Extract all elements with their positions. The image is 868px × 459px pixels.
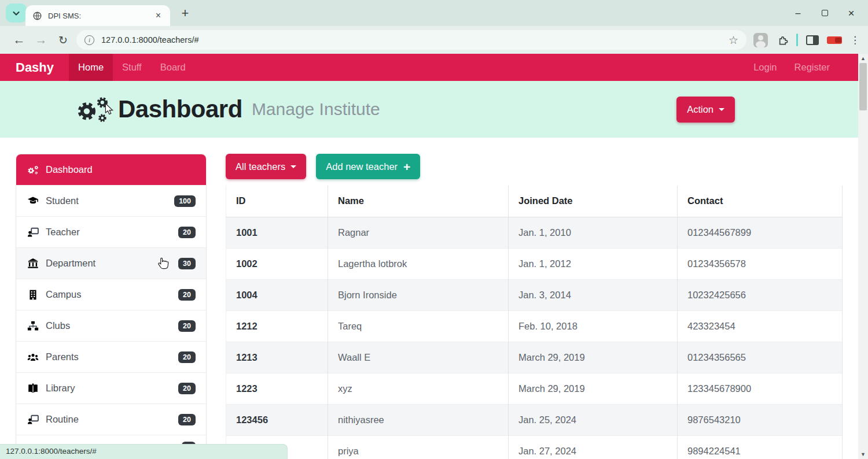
cell-joined-date: Feb. 10, 2018 xyxy=(509,310,678,342)
cell-name: nithiyasree xyxy=(328,404,509,435)
cell-contact: 10232425656 xyxy=(678,279,843,310)
reload-button[interactable]: ↻ xyxy=(52,34,74,47)
action-dropdown-button[interactable]: Action xyxy=(676,97,735,123)
count-badge: 20 xyxy=(178,320,196,332)
window-close-button[interactable]: × xyxy=(838,0,865,26)
page-title: Dashboard xyxy=(118,95,242,123)
tab-title: DPI SMS: xyxy=(48,12,153,20)
sidebar-item-student[interactable]: Student 100 xyxy=(16,185,206,216)
cell-contact: 9894224541 xyxy=(678,435,843,459)
graduation-cap-icon xyxy=(27,195,39,207)
sidebar: Dashboard Student 100 Teacher 20 Departm… xyxy=(16,154,207,459)
cell-contact: 9876543210 xyxy=(678,404,843,435)
page-scrollbar[interactable]: ▲ ▼ xyxy=(858,54,868,459)
cell-name: Tareq xyxy=(328,310,509,342)
cogs-icon xyxy=(74,94,111,125)
sidebar-item-routine[interactable]: Routine 20 xyxy=(16,404,206,435)
cell-joined-date: Jan. 27, 2024 xyxy=(509,435,678,459)
add-new-teacher-button[interactable]: Add new teacher + xyxy=(316,154,420,179)
count-badge: 30 xyxy=(178,258,196,269)
page-header: Dashboard Manage Institute Action xyxy=(0,81,858,138)
tab-close-icon[interactable]: × xyxy=(153,10,163,21)
table-row: 1004 Bjorn Ironside Jan. 3, 2014 1023242… xyxy=(226,279,843,310)
cell-joined-date: Jan. 1, 2010 xyxy=(509,217,678,248)
cell-joined-date: March 29, 2019 xyxy=(509,373,678,404)
nav-link-home[interactable]: Home xyxy=(69,54,113,81)
cell-name: Waall E xyxy=(328,342,509,373)
window-restore-button[interactable] xyxy=(811,0,838,26)
cell-name: priya xyxy=(328,435,509,459)
new-tab-button[interactable]: + xyxy=(177,6,193,21)
table-row: 1001 Ragnar Jan. 1, 2010 012344567899 xyxy=(226,217,843,248)
app-navbar: Dashy Home Stuff Board Login Register xyxy=(0,54,858,81)
cell-joined-date: March 29, 2019 xyxy=(509,342,678,373)
forward-button[interactable]: → xyxy=(30,33,52,47)
nav-link-stuff[interactable]: Stuff xyxy=(113,54,151,81)
cell-joined-date: Jan. 3, 2014 xyxy=(509,279,678,310)
nav-link-login[interactable]: Login xyxy=(745,54,785,81)
table-header-row: ID Name Joined Date Contact xyxy=(226,186,843,217)
tab-search-chevron-button[interactable] xyxy=(6,3,27,23)
url-text[interactable]: 127.0.0.1:8000/teachers/# xyxy=(101,35,729,45)
extensions-puzzle-icon[interactable] xyxy=(776,34,788,46)
chalkboard-teacher-icon xyxy=(27,227,39,238)
toolbar-icons: ⋮ xyxy=(753,33,860,47)
sidebar-item-dashboard[interactable]: Dashboard xyxy=(16,154,206,185)
table-row: 123456 nithiyasree Jan. 25, 2024 9876543… xyxy=(226,404,843,435)
nav-link-register[interactable]: Register xyxy=(786,54,838,81)
count-badge: 20 xyxy=(178,351,196,363)
sidebar-item-teacher[interactable]: Teacher 20 xyxy=(16,216,206,247)
browser-toolbar: ← → ↻ i 127.0.0.1:8000/teachers/# ☆ ⋮ xyxy=(0,26,868,54)
sidebar-item-label: Student xyxy=(46,195,79,206)
building-icon xyxy=(27,289,39,301)
sidebar-item-label: Clubs xyxy=(46,320,70,331)
table-row: priya Jan. 27, 2024 9894224541 xyxy=(226,435,843,459)
sidebar-item-department[interactable]: Department 30 xyxy=(16,247,206,279)
site-info-icon[interactable]: i xyxy=(84,35,94,45)
window-minimize-button[interactable]: – xyxy=(785,0,811,26)
book-icon xyxy=(27,383,39,394)
content-toolbar: All teachers Add new teacher + xyxy=(226,154,842,179)
nav-link-board[interactable]: Board xyxy=(151,54,195,81)
cell-id: 1213 xyxy=(226,342,328,373)
all-teachers-dropdown-button[interactable]: All teachers xyxy=(226,154,306,179)
cogs-icon xyxy=(27,164,39,176)
column-header-name: Name xyxy=(328,186,509,217)
side-panel-icon[interactable] xyxy=(806,35,819,45)
browser-menu-icon[interactable]: ⋮ xyxy=(850,34,860,46)
red-extension-icon[interactable] xyxy=(827,36,842,44)
sidebar-item-library[interactable]: Library 20 xyxy=(16,372,206,404)
scrollbar-thumb[interactable] xyxy=(859,63,867,110)
scroll-up-icon[interactable]: ▲ xyxy=(858,55,868,61)
cell-contact: 423323454 xyxy=(678,310,843,342)
table-row: 1212 Tareq Feb. 10, 2018 423323454 xyxy=(226,310,843,342)
bank-icon xyxy=(27,258,39,269)
nav-right: Login Register xyxy=(745,54,858,81)
cell-id: 1212 xyxy=(226,310,328,342)
main-content: All teachers Add new teacher + ID Name J… xyxy=(226,154,842,459)
count-badge: 20 xyxy=(178,414,196,425)
sidebar-item-campus[interactable]: Campus 20 xyxy=(16,279,206,310)
column-header-contact: Contact xyxy=(678,186,843,217)
bookmark-star-icon[interactable]: ☆ xyxy=(729,34,738,47)
table-row: 1223 xyz March 29, 2019 123345678900 xyxy=(226,373,843,404)
address-bar[interactable]: i 127.0.0.1:8000/teachers/# ☆ xyxy=(76,30,746,50)
cell-id: 1001 xyxy=(226,217,328,248)
brand[interactable]: Dashy xyxy=(16,54,54,81)
globe-favicon-icon xyxy=(32,11,42,21)
cell-contact: 01234356565 xyxy=(678,342,843,373)
profile-avatar-icon[interactable] xyxy=(753,33,768,47)
sidebar-item-label: Routine xyxy=(46,414,79,425)
cell-id: 1223 xyxy=(226,373,328,404)
cell-contact: 01234356578 xyxy=(678,248,843,279)
back-button[interactable]: ← xyxy=(8,33,30,47)
table-row: 1002 Lagertha lotbrok Jan. 1, 2012 01234… xyxy=(226,248,843,279)
restore-icon xyxy=(822,10,828,16)
browser-tab[interactable]: DPI SMS: × xyxy=(25,5,170,26)
sidebar-item-parents[interactable]: Parents 20 xyxy=(16,341,206,372)
scroll-down-icon[interactable]: ▼ xyxy=(858,451,868,457)
cell-id: 1002 xyxy=(226,248,328,279)
sidebar-item-clubs[interactable]: Clubs 20 xyxy=(16,310,206,341)
sidebar-item-label: Dashboard xyxy=(46,164,93,175)
cell-contact: 012344567899 xyxy=(678,217,843,248)
